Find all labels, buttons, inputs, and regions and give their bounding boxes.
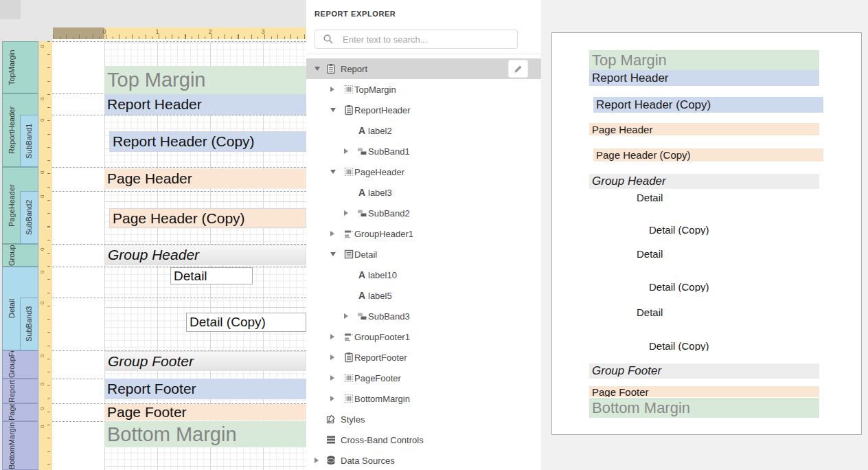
label-icon: A xyxy=(356,290,367,301)
tree-item-label: SubBand3 xyxy=(368,311,410,322)
preview-band-group-header: Group Header xyxy=(589,174,819,189)
band-caption-bottom-margin[interactable]: Bottom Margin xyxy=(104,421,306,447)
tree-item-label: Cross-Band Controls xyxy=(341,435,424,445)
preview-band-bottom-margin: Bottom Margin xyxy=(589,398,819,418)
chevron-right-icon[interactable] xyxy=(330,87,334,92)
toolbar-corner xyxy=(0,0,21,19)
band-tab-bottommargin[interactable]: BottomMargin xyxy=(2,421,38,470)
tree-item-label5[interactable]: Alabel5 xyxy=(306,285,541,306)
tree-item-groupheader1[interactable]: GroupHeader1 xyxy=(306,223,541,244)
tree-item-label: Data Sources xyxy=(341,456,395,466)
tree-item-cross-band-controls[interactable]: Cross-Band Controls xyxy=(306,429,541,450)
ruler-zero-mark: 0 xyxy=(40,268,45,273)
chevron-right-icon[interactable] xyxy=(315,458,319,463)
band-caption-group-header[interactable]: Group Header xyxy=(104,245,306,265)
chevron-down-icon[interactable] xyxy=(315,67,320,71)
preview-band-detail: Detail xyxy=(634,248,716,259)
band-caption-page-footer[interactable]: Page Footer xyxy=(104,404,306,421)
chevron-down-icon[interactable] xyxy=(330,108,336,112)
tree-item-bottommargin[interactable]: BottomMargin xyxy=(306,388,541,409)
band-tab-label: GroupFooter1 xyxy=(3,351,21,378)
tree-item-label: label2 xyxy=(368,126,392,136)
ruler-zero-mark: 0 xyxy=(40,423,45,428)
band-caption-detail[interactable]: Detail xyxy=(170,267,253,284)
tree-item-groupfooter1[interactable]: GroupFooter1 xyxy=(306,326,541,347)
label-icon: A xyxy=(356,187,367,198)
chevron-right-icon[interactable] xyxy=(344,210,348,216)
preview-band-detail: Detail xyxy=(634,192,716,203)
tree-item-detail[interactable]: Detail xyxy=(306,244,541,265)
tree-item-label: PageHeader xyxy=(354,167,404,177)
band-caption-report-header-copy-[interactable]: Report Header (Copy) xyxy=(109,131,306,152)
edit-report-button[interactable] xyxy=(508,60,528,78)
chevron-right-icon[interactable] xyxy=(330,375,334,381)
margin-band-icon xyxy=(343,372,354,383)
band-tab-subband3[interactable]: SubBand3 xyxy=(20,298,38,350)
tree-item-subband2[interactable]: SubBand2 xyxy=(306,203,541,223)
band-tab-label: Detail xyxy=(3,267,21,350)
tree-item-reportheader[interactable]: ReportHeader xyxy=(306,100,541,120)
band-tab-subband2[interactable]: SubBand2 xyxy=(20,191,38,244)
band-tab-label: SubBand1 xyxy=(21,115,38,166)
search-input[interactable] xyxy=(315,30,518,49)
tree-item-reportfooter[interactable]: ReportFooter xyxy=(306,347,541,368)
band-tab-groupfooter1[interactable]: GroupFooter1 xyxy=(2,350,38,379)
tree-item-label: Styles xyxy=(341,414,365,425)
tree-item-label: Detail xyxy=(354,249,377,260)
tree-item-label: GroupFooter1 xyxy=(354,332,410,342)
tree-item-label: ReportFooter xyxy=(354,352,407,363)
tree-item-label: GroupHeader1 xyxy=(354,229,413,239)
label-icon: A xyxy=(356,125,367,136)
margin-band-icon xyxy=(343,393,354,404)
band-separator xyxy=(52,298,306,298)
chevron-right-icon[interactable] xyxy=(330,231,334,236)
tree-item-subband1[interactable]: SubBand1 xyxy=(306,141,541,161)
band-caption-page-header[interactable]: Page Header xyxy=(104,169,306,188)
chevron-down-icon[interactable] xyxy=(330,252,336,256)
tree-item-topmargin[interactable]: TopMargin xyxy=(306,79,541,100)
tree-item-report[interactable]: Report xyxy=(306,58,541,79)
tree-item-label3[interactable]: Alabel3 xyxy=(306,182,541,203)
band-tab-groupheader1[interactable]: GroupHeader1 xyxy=(2,244,38,267)
print-preview-area: Top MarginReport HeaderReport Header (Co… xyxy=(541,0,868,470)
band-tab-pagefooter[interactable]: PageFooter xyxy=(2,403,38,421)
chevron-right-icon[interactable] xyxy=(344,313,348,319)
search-icon xyxy=(323,34,334,45)
band-separator xyxy=(52,115,306,115)
cross-band-icon xyxy=(326,434,336,445)
tree-item-label: label10 xyxy=(368,270,397,280)
tree-item-label2[interactable]: Alabel2 xyxy=(306,120,541,141)
chevron-right-icon[interactable] xyxy=(330,334,334,339)
band-tab-subband1[interactable]: SubBand1 xyxy=(20,115,38,167)
band-tab-reportfooter[interactable]: ReportFooter xyxy=(2,379,38,403)
margin-band-icon xyxy=(343,166,354,177)
band-caption-report-footer[interactable]: Report Footer xyxy=(104,379,306,399)
tree-item-pagefooter[interactable]: PageFooter xyxy=(306,368,541,388)
preview-band-page-footer: Page Footer xyxy=(589,386,819,397)
preview-band-top-margin: Top Margin xyxy=(589,50,819,70)
tree-item-subband3[interactable]: SubBand3 xyxy=(306,306,541,326)
tree-item-data-sources[interactable]: Data Sources xyxy=(306,450,541,470)
ruler-zero-mark: 0 xyxy=(40,380,45,385)
preview-band-detail-copy-: Detail (Copy) xyxy=(646,340,742,351)
band-tab-topmargin[interactable]: TopMargin xyxy=(2,41,38,93)
tree-item-pageheader[interactable]: PageHeader xyxy=(306,161,541,182)
report-icon xyxy=(326,63,336,74)
preview-band-detail-copy-: Detail (Copy) xyxy=(646,224,742,235)
tree-item-styles[interactable]: Styles xyxy=(306,409,541,429)
chevron-right-icon[interactable] xyxy=(330,396,334,401)
chevron-right-icon[interactable] xyxy=(344,148,348,154)
band-caption-page-header-copy-[interactable]: Page Header (Copy) xyxy=(109,208,306,228)
band-caption-top-margin[interactable]: Top Margin xyxy=(104,66,306,94)
band-caption-group-footer[interactable]: Group Footer xyxy=(104,351,306,371)
ruler-number: 0 xyxy=(102,28,106,35)
band-caption-report-header[interactable]: Report Header xyxy=(104,94,306,115)
chevron-down-icon[interactable] xyxy=(330,170,336,174)
preview-band-page-header-copy-: Page Header (Copy) xyxy=(593,148,823,161)
horizontal-ruler: 0 1 2 3 xyxy=(53,27,306,39)
band-tab-label: ReportHeader xyxy=(3,94,21,166)
tree-item-label10[interactable]: Alabel10 xyxy=(306,265,541,285)
chevron-right-icon[interactable] xyxy=(330,355,334,360)
ruler-zero-mark: 0 xyxy=(40,43,45,48)
band-caption-detail-copy-[interactable]: Detail (Copy) xyxy=(186,313,306,332)
